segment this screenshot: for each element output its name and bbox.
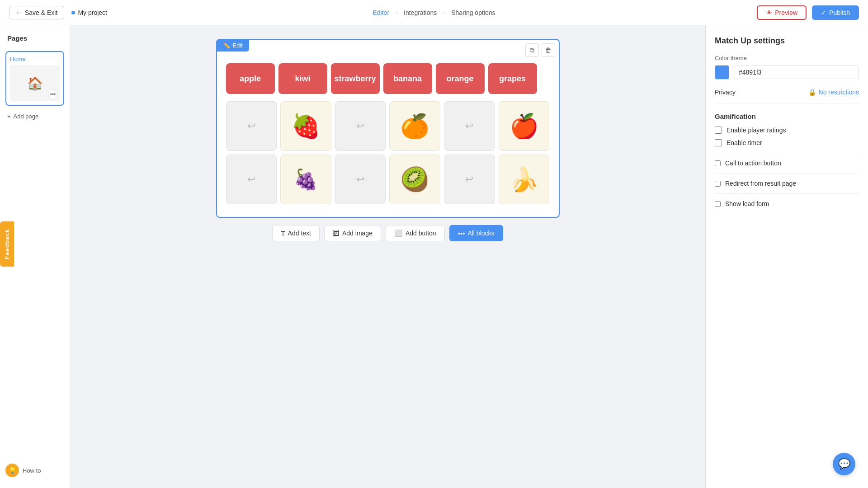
game-tools: ⧉ 🗑: [525, 43, 555, 57]
panel-title: Match Up settings: [715, 36, 859, 46]
right-panel: Match Up settings Color theme Privacy 🔒 …: [705, 25, 868, 488]
lead-form-label: Show lead form: [725, 200, 769, 207]
header-left: ← Save & Exit My project: [9, 6, 107, 19]
lead-form-row: Show lead form: [715, 200, 859, 207]
color-row: [715, 65, 859, 80]
how-to-section[interactable]: 💡 How to: [5, 464, 41, 477]
delete-button[interactable]: 🗑: [542, 43, 555, 57]
word-card-apple[interactable]: apple: [226, 63, 275, 94]
enable-ratings-row: Enable player ratings: [715, 127, 859, 134]
words-row: apple kiwi strawberry banana orange grap…: [226, 63, 550, 94]
sidebar-title: Pages: [5, 34, 64, 42]
add-button-button[interactable]: ⬜ Add button: [386, 225, 445, 241]
copy-button[interactable]: ⧉: [525, 43, 539, 57]
nav-arrow-2: →: [441, 9, 447, 16]
enable-ratings-checkbox[interactable]: [715, 127, 722, 134]
lightbulb-icon: 💡: [5, 464, 19, 477]
preview-button[interactable]: 👁 Preview: [757, 5, 807, 20]
grapes-emoji: 🍇: [293, 168, 318, 191]
privacy-value[interactable]: 🔒 No restrictions: [808, 89, 859, 96]
refresh-icon-4: ↩: [247, 174, 255, 185]
main-layout: Pages Home 🏠 ••• + Add page 💡 How to Fee…: [0, 25, 868, 488]
word-card-grapes[interactable]: grapes: [488, 63, 537, 94]
img-card-empty-1[interactable]: ↩: [226, 101, 277, 151]
image-grid-row2: ↩ 🍇 ↩ 🥝 ↩ 🍌: [226, 155, 550, 204]
img-card-kiwi[interactable]: 🥝: [389, 155, 440, 204]
add-image-button[interactable]: 🖼 Add image: [324, 225, 381, 241]
arrow-left-icon: ←: [16, 9, 22, 16]
nav-sharing[interactable]: Sharing options: [451, 9, 495, 16]
word-card-banana[interactable]: banana: [383, 63, 432, 94]
edit-button[interactable]: ✏️ Edit: [217, 39, 249, 52]
img-card-empty-2[interactable]: ↩: [335, 101, 386, 151]
gamification-title: Gamification: [715, 113, 859, 120]
nav-editor[interactable]: Editor: [373, 9, 389, 16]
img-card-empty-3[interactable]: ↩: [444, 101, 495, 151]
img-card-apple[interactable]: 🍎: [499, 101, 550, 151]
header-right: 👁 Preview ✓ Publish: [757, 5, 859, 20]
apple-emoji: 🍎: [509, 113, 539, 140]
add-text-button[interactable]: T Add text: [272, 225, 320, 241]
strawberry-emoji: 🍓: [291, 113, 321, 140]
publish-button[interactable]: ✓ Publish: [812, 5, 859, 20]
plus-icon: +: [7, 113, 11, 120]
chat-icon: 💬: [838, 458, 850, 470]
chat-bubble[interactable]: 💬: [833, 453, 855, 475]
enable-timer-row: Enable timer: [715, 139, 859, 146]
page-card-label: Home: [10, 56, 60, 62]
img-card-empty-5[interactable]: ↩: [335, 155, 386, 204]
call-to-action-row: Call to action button: [715, 160, 859, 167]
enable-ratings-label: Enable player ratings: [726, 127, 786, 134]
lock-icon: 🔒: [808, 89, 816, 96]
img-card-empty-4[interactable]: ↩: [226, 155, 277, 204]
redirect-row: Redirect from result page: [715, 180, 859, 187]
redirect-label: Redirect from result page: [725, 180, 796, 187]
privacy-row: Privacy 🔒 No restrictions: [715, 89, 859, 103]
redirect-checkbox[interactable]: [715, 181, 721, 187]
content-area: ✏️ Edit ⧉ 🗑 apple kiwi strawberry banana…: [70, 25, 705, 488]
img-card-banana[interactable]: 🍌: [499, 155, 550, 204]
img-card-empty-6[interactable]: ↩: [444, 155, 495, 204]
image-grid-row1: ↩ 🍓 ↩ 🍊 ↩ 🍎: [226, 101, 550, 151]
color-input[interactable]: [734, 66, 859, 79]
word-card-strawberry[interactable]: strawberry: [331, 63, 380, 94]
header-nav: Editor → Integrations → Sharing options: [373, 9, 495, 16]
color-swatch[interactable]: [715, 65, 729, 80]
divider-1: [715, 153, 859, 153]
feedback-tab[interactable]: Feedback: [0, 221, 14, 267]
lead-form-checkbox[interactable]: [715, 201, 721, 207]
refresh-icon-1: ↩: [247, 120, 255, 132]
nav-arrow-1: →: [394, 9, 399, 16]
page-more-button[interactable]: •••: [48, 89, 58, 99]
orange-emoji: 🍊: [400, 113, 429, 140]
refresh-icon-3: ↩: [465, 120, 473, 132]
refresh-icon-6: ↩: [465, 174, 473, 185]
page-card-home[interactable]: Home 🏠 •••: [5, 51, 64, 106]
all-blocks-button[interactable]: ••• All blocks: [449, 225, 503, 241]
text-icon: T: [281, 230, 285, 237]
word-card-orange[interactable]: orange: [436, 63, 485, 94]
enable-timer-checkbox[interactable]: [715, 139, 722, 146]
img-card-grapes[interactable]: 🍇: [280, 155, 331, 204]
call-to-action-checkbox[interactable]: [715, 160, 721, 166]
button-icon: ⬜: [394, 229, 403, 237]
divider-3: [715, 193, 859, 194]
toolbar: T Add text 🖼 Add image ⬜ Add button ••• …: [272, 225, 503, 241]
call-to-action-label: Call to action button: [725, 160, 781, 167]
word-card-kiwi[interactable]: kiwi: [278, 63, 327, 94]
img-card-strawberry[interactable]: 🍓: [280, 101, 331, 151]
add-page-button[interactable]: + Add page: [5, 111, 64, 122]
pencil-icon: ✏️: [223, 42, 230, 49]
refresh-icon-2: ↩: [356, 120, 364, 132]
save-exit-button[interactable]: ← Save & Exit: [9, 6, 64, 19]
nav-integrations[interactable]: Integrations: [404, 9, 437, 16]
header: ← Save & Exit My project Editor → Integr…: [0, 0, 868, 25]
blocks-icon: •••: [458, 230, 465, 237]
project-name: My project: [71, 9, 107, 16]
img-card-orange[interactable]: 🍊: [389, 101, 440, 151]
game-container: ✏️ Edit ⧉ 🗑 apple kiwi strawberry banana…: [216, 39, 560, 218]
eye-icon: 👁: [766, 9, 772, 16]
unsaved-dot: [71, 11, 75, 14]
banana-emoji: 🍌: [509, 166, 539, 193]
enable-timer-label: Enable timer: [726, 139, 762, 146]
